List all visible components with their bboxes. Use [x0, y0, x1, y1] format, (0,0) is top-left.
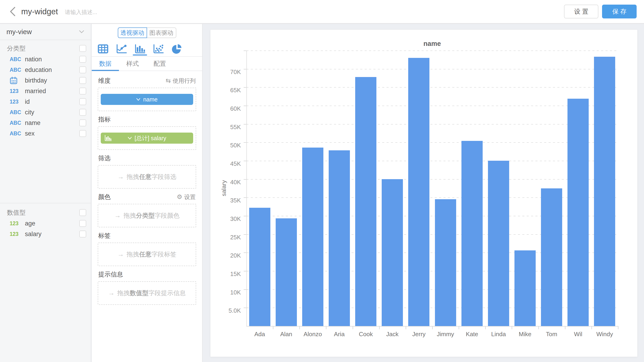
view-selector[interactable]: my-view: [0, 24, 91, 40]
field-row-nation[interactable]: ABCnation: [0, 54, 91, 64]
tag-dropzone[interactable]: → 拖拽任意字段标签: [98, 242, 196, 266]
bar-Linda[interactable]: [488, 161, 509, 326]
scatter-chart-icon: [153, 44, 164, 54]
x-axis-tick: [512, 326, 512, 329]
dimension-dropzone[interactable]: name: [98, 88, 196, 111]
metric-label: 指标: [98, 115, 111, 124]
number-field-icon: 123: [10, 220, 25, 227]
chart-type-table[interactable]: [96, 42, 111, 56]
field-row-id[interactable]: 123id: [0, 96, 91, 107]
y-axis-tick: [244, 50, 246, 51]
x-axis-tick: [459, 326, 459, 329]
number-field-icon: 123: [10, 231, 25, 237]
gridline: [246, 87, 618, 88]
tab-config[interactable]: 配置: [146, 57, 173, 70]
tooltip-dropzone[interactable]: → 拖拽数值型字段提示信息: [98, 281, 196, 305]
field-checkbox[interactable]: [79, 109, 86, 116]
y-axis-tick: [244, 69, 246, 70]
bar-Jerry[interactable]: [408, 58, 430, 326]
bar-Windy[interactable]: [594, 57, 615, 326]
metric-pill[interactable]: [总计] salary: [101, 132, 193, 144]
field-row-age[interactable]: 123age: [0, 218, 91, 229]
field-checkbox[interactable]: [79, 130, 86, 137]
gridline: [246, 69, 618, 70]
gridline: [246, 124, 618, 124]
color-settings-label: 设置: [184, 193, 196, 201]
color-settings-action[interactable]: ⚙ 设置: [177, 193, 196, 201]
chart-type-line[interactable]: [114, 42, 129, 56]
field-row-education[interactable]: ABCeducation: [0, 64, 91, 75]
calendar-icon: [10, 76, 18, 84]
field-checkbox[interactable]: [79, 88, 86, 94]
bar-Cook[interactable]: [355, 77, 376, 326]
description-input[interactable]: 请输入描述...: [65, 7, 560, 16]
y-axis-label: 45K: [210, 160, 241, 168]
chart-type-toolbar: [92, 42, 202, 57]
bar-Tom[interactable]: [541, 188, 562, 326]
y-axis-label: 40K: [210, 179, 241, 186]
use-rows-cols-action[interactable]: ⇆ 使用行列: [166, 77, 196, 84]
chart-type-scatter[interactable]: [151, 42, 166, 56]
mode-tab-chart[interactable]: 图表驱动: [147, 28, 176, 38]
field-checkbox[interactable]: [79, 220, 86, 227]
bar-Jimmy[interactable]: [435, 199, 456, 326]
metric-pill-label: [总计] salary: [134, 134, 166, 142]
table-icon: [98, 44, 108, 54]
field-row-salary[interactable]: 123salary: [0, 229, 91, 239]
text-field-icon: ABC: [10, 130, 25, 137]
save-button[interactable]: 保 存: [602, 4, 636, 18]
field-checkbox[interactable]: [79, 120, 86, 126]
chart-type-bar[interactable]: [132, 42, 148, 56]
bar-Wil[interactable]: [568, 99, 589, 326]
bar-Aria[interactable]: [329, 150, 350, 326]
field-checkbox[interactable]: [79, 77, 86, 84]
bar-Jack[interactable]: [382, 179, 403, 326]
bar-Mike[interactable]: [514, 250, 536, 326]
section-checkbox[interactable]: [79, 45, 86, 52]
bar-Kate[interactable]: [462, 141, 483, 326]
chart-type-pie[interactable]: [169, 42, 184, 56]
field-row-birthday[interactable]: birthday: [0, 75, 91, 86]
x-axis-label: Mike: [512, 331, 538, 338]
bar-Alan[interactable]: [276, 218, 297, 326]
header: my-widget 请输入描述... 设 置 保 存: [0, 0, 644, 24]
metric-dropzone[interactable]: [总计] salary: [98, 126, 196, 150]
sidebar: my-view 分类型ABCnationABCeducationbirthday…: [0, 24, 91, 362]
field-checkbox[interactable]: [79, 66, 86, 73]
section-title: 分类型: [7, 44, 26, 52]
drag-arrow-icon: →: [118, 251, 124, 258]
field-checkbox[interactable]: [79, 98, 86, 105]
mode-tab-pivot[interactable]: 透视驱动: [118, 28, 147, 38]
field-checkbox[interactable]: [79, 230, 86, 238]
drag-arrow-icon: →: [118, 173, 124, 180]
filter-dropzone[interactable]: → 拖拽任意字段筛选: [98, 165, 196, 188]
color-dropzone[interactable]: → 拖拽分类型字段颜色: [98, 204, 196, 227]
dimension-pill[interactable]: name: [101, 94, 193, 105]
drag-arrow-icon: →: [114, 212, 121, 219]
sidebar-section: 数值型123age123salary: [0, 203, 91, 239]
field-row-married[interactable]: 123married: [0, 86, 91, 96]
y-axis-label: 55K: [210, 124, 241, 131]
field-label: age: [25, 220, 79, 227]
settings-button[interactable]: 设 置: [564, 4, 598, 18]
view-name: my-view: [6, 28, 32, 36]
tab-data[interactable]: 数据: [92, 57, 119, 70]
line-chart-icon: [116, 44, 127, 54]
bar-Ada[interactable]: [249, 208, 270, 326]
x-axis-label: Kate: [459, 331, 485, 338]
section-checkbox[interactable]: [79, 209, 86, 216]
field-row-city[interactable]: ABCcity: [0, 107, 91, 118]
field-row-name[interactable]: ABCname: [0, 118, 91, 128]
x-axis-tick: [538, 326, 539, 329]
y-axis-tick: [244, 289, 246, 290]
field-row-sex[interactable]: ABCsex: [0, 128, 91, 139]
dimension-pill-label: name: [143, 96, 158, 103]
filter-placeholder: → 拖拽任意字段筛选: [118, 173, 176, 181]
tab-style[interactable]: 样式: [119, 57, 146, 70]
field-checkbox[interactable]: [79, 56, 86, 63]
back-button[interactable]: [8, 6, 18, 17]
bar-chart-icon: [104, 135, 112, 141]
y-axis-label: 70K: [210, 68, 241, 76]
field-label: nation: [25, 56, 79, 63]
bar-Alonzo[interactable]: [302, 148, 324, 326]
